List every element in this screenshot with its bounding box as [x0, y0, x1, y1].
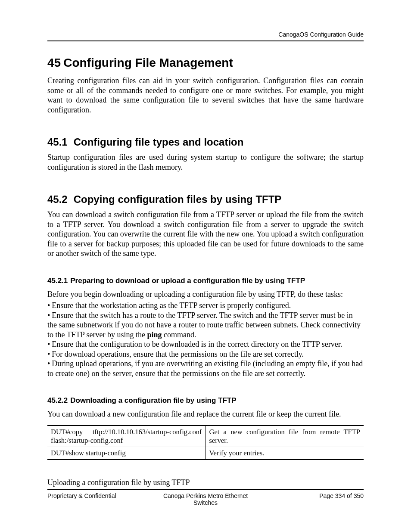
table-row: DUT#copy tftp://10.10.10.163/startup-con… [47, 426, 364, 447]
description-cell: Verify your entries. [206, 447, 364, 460]
bullet-text: During upload operations, if you are ove… [47, 359, 363, 378]
running-head: CanogaOS Configuration Guide [47, 31, 364, 38]
section-title: Configuring file types and location [74, 136, 244, 148]
subsection-number: 45.2.1 [47, 277, 68, 285]
command-cell: DUT#show startup-config [47, 447, 206, 460]
section-45-2-2-body: You can download a new configuration fil… [47, 409, 364, 419]
bullet-text: Ensure that the switch has a route to th… [47, 311, 361, 339]
chapter-number: 45 [47, 56, 61, 69]
footer-right: Page 334 of 350 [258, 492, 364, 506]
subsection-title: Preparing to download or upload a config… [70, 277, 305, 285]
cmd-part: flash:/startup-config.conf [51, 436, 123, 445]
bullet-icon: • [47, 350, 50, 358]
chapter-intro: Creating configuration files can aid in … [47, 76, 364, 115]
section-title: Copying configuration files by using TFT… [74, 193, 282, 205]
bullet-item: •Ensure that the switch has a route to t… [47, 311, 364, 340]
section-45-2-body: You can download a switch configuration … [47, 210, 364, 258]
section-number: 45.2 [47, 193, 68, 205]
footer-center: Canoga Perkins Metro Ethernet Switches [153, 492, 258, 506]
cmd-part: tftp://10.10.10.163/startup-config.conf [93, 428, 202, 436]
subsection-number: 45.2.2 [47, 396, 68, 404]
bullet-icon: • [47, 301, 50, 310]
section-45-2-1-lead: Before you begin downloading or uploadin… [47, 289, 364, 299]
chapter-title: Configuring File Management [63, 56, 233, 69]
command-cell: DUT#copy tftp://10.10.10.163/startup-con… [47, 426, 206, 447]
command-table: DUT#copy tftp://10.10.10.163/startup-con… [47, 425, 364, 460]
page-footer: Proprietary & Confidential Canoga Perkin… [47, 489, 364, 506]
footer-rule [47, 489, 364, 490]
ping-command: ping [147, 330, 162, 339]
upload-note: Uploading a configuration file by using … [47, 478, 364, 487]
bullet-item: •During upload operations, if you are ov… [47, 359, 364, 378]
cmd-part: DUT#copy [51, 428, 83, 436]
subsection-title: Downloading a configuration file by usin… [70, 396, 236, 404]
section-45-1-heading: 45.1Configuring file types and location [47, 136, 364, 148]
bullet-item: •Ensure that the configuration to be dow… [47, 339, 364, 349]
page: CanogaOS Configuration Guide 45Configuri… [0, 0, 411, 532]
bullet-text: Ensure that the configuration to be down… [52, 340, 342, 348]
bullet-icon: • [47, 340, 50, 348]
bullet-item: •Ensure that the workstation acting as t… [47, 301, 364, 311]
table-row: DUT#show startup-config Verify your entr… [47, 447, 364, 460]
section-45-2-heading: 45.2Copying configuration files by using… [47, 193, 364, 205]
section-45-2-2-heading: 45.2.2Downloading a configuration file b… [47, 396, 364, 405]
bullet-item: •For download operations, ensure that th… [47, 349, 364, 359]
section-number: 45.1 [47, 136, 68, 148]
bullet-icon: • [47, 359, 50, 368]
bullet-icon: • [47, 311, 50, 320]
chapter-heading: 45Configuring File Management [47, 56, 364, 70]
bullet-text: For download operations, ensure that the… [52, 350, 304, 358]
description-cell: Get a new configuration file from remote… [206, 426, 364, 447]
footer-left: Proprietary & Confidential [47, 492, 153, 506]
bullet-tail: command. [162, 330, 196, 339]
header-rule [47, 40, 364, 41]
section-45-2-1-heading: 45.2.1Preparing to download or upload a … [47, 277, 364, 285]
cmd-part: DUT#show startup-config [51, 449, 126, 457]
bullet-text: Ensure that the workstation acting as th… [52, 301, 291, 310]
section-45-1-body: Startup configuration files are used dur… [47, 152, 364, 172]
